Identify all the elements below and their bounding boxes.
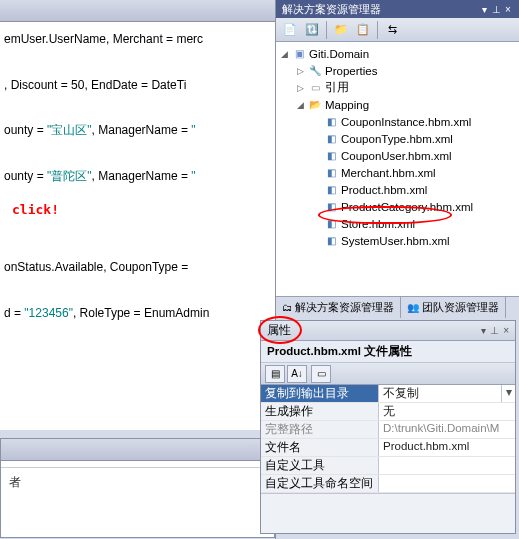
file-label: SystemUser.hbm.xml [341, 235, 450, 247]
properties-title-text: 属性 [267, 322, 291, 339]
code-line: , RoleType = EnumAdmin [73, 306, 209, 320]
properties-toolbar: ▤ A↓ ▭ [261, 363, 515, 385]
xml-icon: ◧ [324, 132, 338, 146]
xml-icon: ◧ [324, 200, 338, 214]
code-line: emUser.UserName, Merchant = merc [4, 32, 203, 46]
code-string: "123456" [24, 306, 73, 320]
panel-title-text: 解决方案资源管理器 [282, 2, 381, 17]
tree-node-file[interactable]: ◧CouponUser.hbm.xml [278, 147, 517, 164]
xml-icon: ◧ [324, 234, 338, 248]
properties-subtitle: Product.hbm.xml 文件属性 [261, 341, 515, 363]
file-label: CouponUser.hbm.xml [341, 150, 452, 162]
categorized-icon[interactable]: ▤ [265, 365, 285, 383]
code-line: onStatus.Available, CouponType = [4, 260, 192, 274]
property-row[interactable]: 生成操作 无 [261, 403, 515, 421]
expander-icon[interactable]: ◢ [280, 49, 289, 59]
dropdown-icon[interactable]: ▾ [479, 4, 489, 15]
property-value[interactable]: 无 [379, 403, 515, 420]
tree-node-file[interactable]: ◧SystemUser.hbm.xml [278, 232, 517, 249]
tree-node-file[interactable]: ◧Store.hbm.xml [278, 215, 517, 232]
show-all-icon[interactable]: 📁 [331, 20, 351, 40]
collapse-icon[interactable]: ⇆ [382, 20, 402, 40]
xml-icon: ◧ [324, 183, 338, 197]
property-name: 自定义工具 [261, 457, 379, 474]
panel-tabs: 🗂解决方案资源管理器 👥团队资源管理器 [276, 296, 519, 318]
refresh-icon[interactable]: 🔃 [302, 20, 322, 40]
bottom-header [1, 439, 274, 461]
solution-tree[interactable]: ◢ ▣ Giti.Domain ▷ 🔧 Properties ▷ ▭ 引用 ◢ … [276, 42, 519, 296]
node-label: 引用 [325, 80, 349, 95]
property-row[interactable]: 自定义工具命名空间 [261, 475, 515, 493]
property-row[interactable]: 完整路径 D:\trunk\Giti.Domain\M [261, 421, 515, 439]
code-line: , ManagerName = [92, 169, 192, 183]
tree-node-references[interactable]: ▷ ▭ 引用 [278, 79, 517, 96]
view-code-icon[interactable]: 📋 [353, 20, 373, 40]
tree-node-project[interactable]: ◢ ▣ Giti.Domain [278, 45, 517, 62]
file-label: Merchant.hbm.xml [341, 167, 436, 179]
tab-team-explorer[interactable]: 👥团队资源管理器 [401, 297, 506, 318]
alphabetical-icon[interactable]: A↓ [287, 365, 307, 383]
tree-node-file[interactable]: ◧Merchant.hbm.xml [278, 164, 517, 181]
expander-icon[interactable]: ▷ [296, 83, 305, 93]
property-value: D:\trunk\Giti.Domain\M [379, 421, 515, 438]
node-label: Properties [325, 65, 377, 77]
file-label: CouponType.hbm.xml [341, 133, 453, 145]
file-label: ProductCategory.hbm.xml [341, 201, 473, 213]
xml-icon: ◧ [324, 115, 338, 129]
folder-icon: 📂 [308, 98, 322, 112]
expander-icon[interactable]: ◢ [296, 100, 305, 110]
property-row[interactable]: 文件名 Product.hbm.xml [261, 439, 515, 457]
properties-panel: 属性 ▾ ⊥ × Product.hbm.xml 文件属性 ▤ A↓ ▭ 复制到… [260, 320, 516, 534]
property-row[interactable]: 复制到输出目录 不复制 ▾ [261, 385, 515, 403]
chevron-down-icon[interactable]: ▾ [501, 385, 515, 402]
property-name: 生成操作 [261, 403, 379, 420]
code-line: , ManagerName = [92, 123, 192, 137]
properties-icon[interactable]: 📄 [280, 20, 300, 40]
bottom-pane: 者 [0, 438, 275, 538]
tab-label: 团队资源管理器 [422, 300, 499, 315]
properties-grid[interactable]: 复制到输出目录 不复制 ▾ 生成操作 无 完整路径 D:\trunk\Giti.… [261, 385, 515, 493]
xml-icon: ◧ [324, 166, 338, 180]
tree-node-file-product[interactable]: ◧Product.hbm.xml [278, 181, 517, 198]
code-body[interactable]: emUser.UserName, Merchant = merc , Disco… [0, 22, 275, 330]
wrench-icon: 🔧 [308, 64, 322, 78]
property-value[interactable]: 不复制 [379, 385, 501, 402]
tree-node-file[interactable]: ◧CouponType.hbm.xml [278, 130, 517, 147]
csproj-icon: ▣ [292, 47, 306, 61]
node-label: Giti.Domain [309, 48, 369, 60]
property-value[interactable] [379, 457, 515, 474]
code-line: d = [4, 306, 24, 320]
expander-icon[interactable]: ▷ [296, 66, 305, 76]
code-string: "普陀区" [47, 169, 92, 183]
solution-explorer-toolbar: 📄 🔃 📁 📋 ⇆ [276, 18, 519, 42]
tree-node-file[interactable]: ◧ProductCategory.hbm.xml [278, 198, 517, 215]
property-value[interactable] [379, 475, 515, 492]
tree-node-properties[interactable]: ▷ 🔧 Properties [278, 62, 517, 79]
file-label: Product.hbm.xml [341, 184, 427, 196]
property-value: Product.hbm.xml [379, 439, 515, 456]
tree-node-file[interactable]: ◧CouponInstance.hbm.xml [278, 113, 517, 130]
properties-description [261, 493, 515, 533]
dropdown-icon[interactable]: ▾ [481, 325, 486, 336]
xml-icon: ◧ [324, 149, 338, 163]
references-icon: ▭ [308, 81, 322, 95]
code-line: ounty = [4, 123, 47, 137]
property-pages-icon[interactable]: ▭ [311, 365, 331, 383]
pin-icon[interactable]: ⊥ [491, 4, 501, 15]
pin-icon[interactable]: ⊥ [490, 325, 499, 336]
property-name: 文件名 [261, 439, 379, 456]
tree-node-mapping[interactable]: ◢ 📂 Mapping [278, 96, 517, 113]
properties-title-bar: 属性 ▾ ⊥ × [261, 321, 515, 341]
solution-explorer-title: 解决方案资源管理器 ▾ ⊥ × [276, 0, 519, 18]
property-row[interactable]: 自定义工具 [261, 457, 515, 475]
node-label: Mapping [325, 99, 369, 111]
code-string: "宝山区" [47, 123, 92, 137]
property-name: 完整路径 [261, 421, 379, 438]
team-icon: 👥 [407, 302, 419, 313]
code-line: , Discount = 50, EndDate = DateTi [4, 78, 186, 92]
tab-solution-explorer[interactable]: 🗂解决方案资源管理器 [276, 297, 401, 318]
close-icon[interactable]: × [503, 325, 509, 336]
tab-label: 解决方案资源管理器 [295, 300, 394, 315]
solution-icon: 🗂 [282, 302, 292, 313]
close-icon[interactable]: × [503, 4, 513, 15]
